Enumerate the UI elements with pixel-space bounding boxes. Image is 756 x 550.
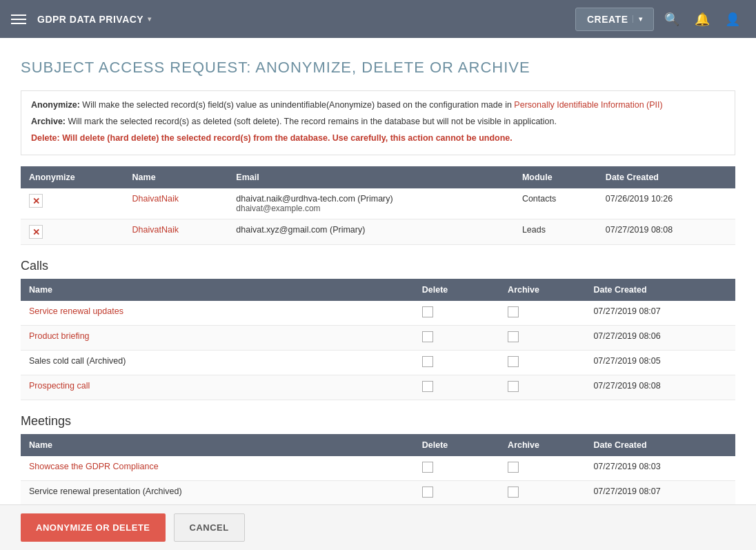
create-dropdown-icon: ▾ (633, 15, 643, 23)
meetings-table-body: Showcase the GDPR Compliance 07/27/2019 … (21, 456, 735, 506)
date-created-cell: 07/26/2019 10:26 (597, 188, 735, 219)
archive-cell (499, 481, 585, 506)
name-cell: Prospecting call (21, 375, 414, 400)
anonymize-info: Anonymize: Will make the selected record… (31, 98, 725, 112)
main-content: SUBJECT ACCESS REQUEST: ANONYMIZE, DELET… (0, 38, 756, 550)
nav-chevron-icon: ▾ (148, 15, 152, 23)
module-cell: Contacts (514, 188, 597, 219)
delete-cell (414, 375, 499, 400)
archive-checkbox[interactable] (508, 331, 519, 342)
archive-checkbox[interactable] (508, 381, 519, 392)
meetings-table-header: Name Delete Archive Date Created (21, 434, 735, 456)
delete-checkbox[interactable] (422, 356, 433, 367)
record-name-link[interactable]: DhaivatNaik (132, 225, 179, 235)
record-name-cell: DhaivatNaik (124, 219, 228, 245)
meetings-col-date: Date Created (585, 434, 735, 456)
col-module: Module (514, 166, 597, 188)
meetings-col-name: Name (21, 434, 414, 456)
table-row: Service renewal updates 07/27/2019 08:07 (21, 301, 735, 326)
x-mark-icon[interactable]: ✕ (29, 194, 43, 208)
archive-cell (499, 351, 585, 375)
delete-checkbox[interactable] (422, 306, 433, 317)
record-name-link[interactable]: Prospecting call (29, 381, 90, 391)
col-anonymize: Anonymize (21, 166, 124, 188)
table-row: Product briefing 07/27/2019 08:06 (21, 326, 735, 351)
record-name-link[interactable]: Service renewal updates (29, 306, 123, 316)
search-icon[interactable]: 🔍 (659, 7, 684, 32)
date-created-cell: 07/27/2019 08:06 (585, 326, 735, 351)
anonymize-table-body: ✕ DhaivatNaik dhaivat.naik@urdhva-tech.c… (21, 188, 735, 245)
calls-col-delete: Delete (414, 279, 499, 301)
archive-info: Archive: Will mark the selected record(s… (31, 115, 725, 128)
record-name-cell: DhaivatNaik (124, 188, 228, 219)
delete-cell (414, 456, 499, 481)
delete-cell (414, 351, 499, 375)
top-nav: GDPR DATA PRIVACY ▾ CREATE ▾ 🔍 🔔 👤 (0, 0, 756, 38)
hamburger-menu[interactable] (11, 14, 26, 24)
table-row: ✕ DhaivatNaik dhaivat.xyz@gmail.com (Pri… (21, 219, 735, 245)
name-cell: Sales cold call (Archived) (21, 351, 414, 375)
delete-checkbox[interactable] (422, 381, 433, 392)
date-created-cell: 07/27/2019 08:07 (585, 301, 735, 326)
record-name-link[interactable]: DhaivatNaik (132, 194, 179, 204)
anonymize-or-delete-button[interactable]: ANONYMIZE OR DELETE (21, 513, 166, 542)
email-cell: dhaivat.xyz@gmail.com (Primary) (228, 219, 514, 245)
col-email: Email (228, 166, 514, 188)
notifications-icon[interactable]: 🔔 (690, 7, 715, 32)
table-row: Service renewal presentation (Archived) … (21, 481, 735, 506)
col-date-created: Date Created (597, 166, 735, 188)
meetings-section-header: Meetings (21, 414, 735, 429)
record-name-text: Service renewal presentation (Archived) (29, 487, 182, 496)
meetings-col-archive: Archive (499, 434, 585, 456)
archive-cell (499, 301, 585, 326)
table-row: ✕ DhaivatNaik dhaivat.naik@urdhva-tech.c… (21, 188, 735, 219)
anonymize-checkbox-cell[interactable]: ✕ (21, 188, 124, 219)
date-created-cell: 07/27/2019 08:07 (585, 481, 735, 506)
archive-checkbox[interactable] (508, 487, 519, 498)
nav-right: CREATE ▾ 🔍 🔔 👤 (575, 7, 745, 32)
delete-label: Delete: (31, 133, 60, 143)
bottom-bar: ANONYMIZE OR DELETE CANCEL (0, 504, 756, 550)
record-name-link[interactable]: Product briefing (29, 331, 90, 341)
archive-cell (499, 375, 585, 400)
anonymize-checkbox-cell[interactable]: ✕ (21, 219, 124, 245)
table-row: Prospecting call 07/27/2019 08:08 (21, 375, 735, 400)
table-row: Sales cold call (Archived) 07/27/2019 08… (21, 351, 735, 375)
name-cell: Service renewal updates (21, 301, 414, 326)
calls-table: Name Delete Archive Date Created Service… (21, 279, 735, 400)
calls-col-date: Date Created (585, 279, 735, 301)
calls-col-archive: Archive (499, 279, 585, 301)
name-cell: Showcase the GDPR Compliance (21, 456, 414, 481)
user-profile-icon[interactable]: 👤 (720, 7, 745, 32)
x-mark-icon[interactable]: ✕ (29, 225, 43, 239)
archive-checkbox[interactable] (508, 356, 519, 367)
calls-section-header: Calls (21, 259, 735, 273)
delete-checkbox[interactable] (422, 331, 433, 342)
meetings-table: Name Delete Archive Date Created Showcas… (21, 434, 735, 506)
delete-checkbox[interactable] (422, 462, 433, 473)
module-cell: Leads (514, 219, 597, 245)
archive-checkbox[interactable] (508, 306, 519, 317)
date-created-cell: 07/27/2019 08:05 (585, 351, 735, 375)
delete-cell (414, 301, 499, 326)
delete-checkbox[interactable] (422, 487, 433, 498)
archive-label: Archive: (31, 117, 66, 126)
calls-table-body: Service renewal updates 07/27/2019 08:07… (21, 301, 735, 400)
table-row: Showcase the GDPR Compliance 07/27/2019 … (21, 456, 735, 481)
archive-checkbox[interactable] (508, 462, 519, 473)
info-box: Anonymize: Will make the selected record… (21, 90, 735, 155)
date-created-cell: 07/27/2019 08:08 (585, 375, 735, 400)
record-name-link[interactable]: Showcase the GDPR Compliance (29, 462, 159, 471)
create-button[interactable]: CREATE ▾ (575, 8, 654, 31)
date-created-cell: 07/27/2019 08:03 (585, 456, 735, 481)
anonymize-label: Anonymize: (31, 100, 80, 110)
archive-cell (499, 326, 585, 351)
anonymize-table-header: Anonymize Name Email Module Date Created (21, 166, 735, 188)
page-title: SUBJECT ACCESS REQUEST: ANONYMIZE, DELET… (21, 59, 735, 77)
nav-title: GDPR DATA PRIVACY ▾ (37, 14, 152, 25)
meetings-col-delete: Delete (414, 434, 499, 456)
cancel-button[interactable]: CANCEL (174, 513, 245, 542)
pii-link[interactable]: Personally Identifiable Information (PII… (514, 100, 662, 110)
calls-col-name: Name (21, 279, 414, 301)
nav-left: GDPR DATA PRIVACY ▾ (11, 14, 152, 25)
